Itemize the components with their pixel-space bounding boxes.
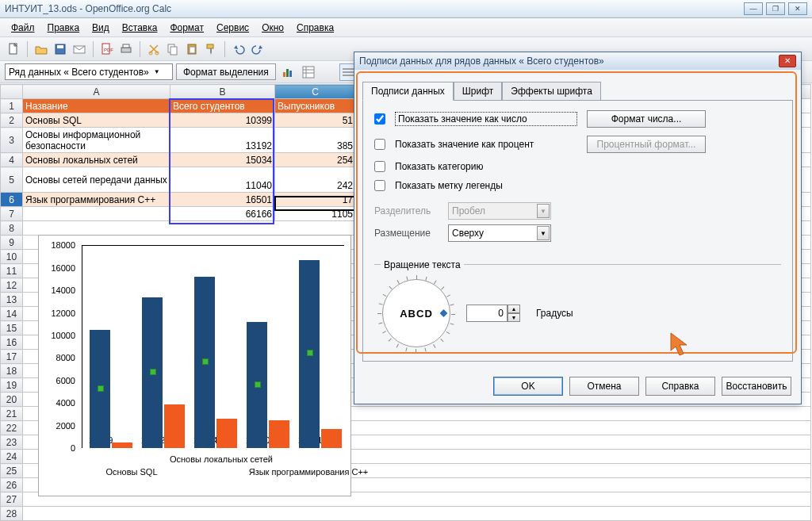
col-header-b[interactable]: B [170, 85, 275, 99]
percent-format-button: Процентный формат... [587, 136, 706, 153]
save-button[interactable] [52, 40, 69, 58]
col-header-a[interactable]: A [23, 85, 170, 99]
format-selection-button[interactable]: Формат выделения [176, 63, 276, 80]
menu-view[interactable]: Вид [86, 21, 116, 35]
minimize-button[interactable]: — [744, 2, 763, 15]
menu-service[interactable]: Сервис [210, 21, 255, 35]
svg-rect-18 [289, 71, 292, 77]
cancel-button[interactable]: Отмена [569, 377, 639, 396]
svg-rect-7 [121, 48, 131, 52]
cell-b2[interactable]: 10399 [170, 113, 275, 128]
copy-button[interactable] [164, 40, 182, 58]
cut-button[interactable] [145, 40, 163, 58]
chart-data-button[interactable] [300, 63, 317, 81]
chart-plot-area: 10399 13192 15034 [82, 245, 344, 448]
cell-a3[interactable]: Основы информационной безопасности [23, 128, 170, 153]
window-title: ИНТУИТ_13.ods - OpenOffice.org Calc [5, 3, 741, 14]
element-selector-value: Ряд данных « Всего студентов» [9, 67, 149, 78]
checkbox-show-as-number[interactable] [374, 113, 385, 125]
cell-c2[interactable]: 51 [275, 113, 356, 128]
reset-button[interactable]: Восстановить [722, 377, 791, 396]
label-show-legend-key: Показать метку легенды [395, 180, 577, 191]
header-grad[interactable]: Выпускников [275, 99, 356, 113]
dialog-button-row: OK Отмена Справка Восстановить [493, 377, 791, 396]
ok-button[interactable]: OK [493, 377, 563, 396]
svg-rect-3 [57, 45, 63, 48]
svg-rect-14 [190, 47, 195, 53]
print-button[interactable] [117, 40, 135, 58]
label-show-category: Показать категорию [395, 161, 577, 172]
cursor-arrow-icon [669, 331, 691, 357]
degrees-label: Градусы [536, 308, 573, 319]
chart-x-cat: Язык программирования C++ [229, 467, 388, 477]
embedded-chart[interactable]: 0 2000 4000 6000 8000 10000 12000 14000 … [38, 235, 351, 496]
label-show-as-percent: Показать значение как процент [395, 139, 577, 150]
degrees-input[interactable] [466, 305, 508, 322]
chart-x-cat: Основы SQL [88, 467, 175, 477]
dialog-tabbar: Подписи данных Шрифт Эффекты шрифта [362, 81, 793, 100]
close-button[interactable]: ✕ [788, 2, 807, 15]
col-header-c[interactable]: C [275, 85, 356, 99]
menu-window[interactable]: Окно [255, 21, 290, 35]
tab-font[interactable]: Шрифт [454, 82, 502, 101]
svg-rect-8 [123, 44, 129, 48]
svg-rect-19 [303, 67, 314, 78]
export-pdf-button[interactable]: PDF [98, 40, 116, 58]
spin-up-button[interactable]: ▲ [508, 305, 520, 313]
tab-data-labels[interactable]: Подписи данных [362, 82, 454, 101]
dialog-title: Подписи данных для рядов данных « Всего … [359, 56, 604, 67]
menu-edit[interactable]: Правка [41, 21, 86, 35]
separator-combo: Пробел ▼ [448, 202, 551, 220]
data-labels-dialog: Подписи данных для рядов данных « Всего … [354, 52, 802, 404]
redo-button[interactable] [249, 40, 266, 58]
svg-rect-16 [283, 72, 285, 77]
number-format-button[interactable]: Формат числа... [587, 110, 706, 128]
dialog-titlebar[interactable]: Подписи данных для рядов данных « Всего … [354, 52, 801, 70]
menu-insert[interactable]: Вставка [116, 21, 164, 35]
checkbox-show-category[interactable] [374, 161, 385, 172]
svg-rect-15 [207, 44, 213, 48]
window-titlebar: ИНТУИТ_13.ods - OpenOffice.org Calc — ❐ … [0, 0, 812, 18]
chevron-down-icon[interactable]: ▼ [537, 226, 550, 240]
separator-label: Разделитель [374, 205, 442, 216]
cell-a2[interactable]: Основы SQL [23, 113, 170, 128]
help-button[interactable]: Справка [645, 377, 715, 396]
header-name[interactable]: Название [23, 99, 170, 113]
label-show-as-number: Показать значение как число [395, 112, 577, 126]
rotation-wheel[interactable]: ABCD [382, 279, 450, 347]
header-total[interactable]: Всего студентов [170, 99, 275, 113]
menu-format[interactable]: Формат [163, 21, 210, 35]
chart-x-cat: Основы локальных сетей [150, 454, 293, 464]
menubar: Файл Правка Вид Вставка Формат Сервис Ок… [0, 18, 812, 37]
checkbox-show-legend-key[interactable] [374, 180, 385, 191]
paste-button[interactable] [183, 40, 201, 58]
placement-label: Размещение [374, 228, 442, 239]
menu-help[interactable]: Справка [290, 21, 340, 35]
svg-rect-17 [286, 69, 289, 77]
email-button[interactable] [71, 40, 88, 58]
corner-cell[interactable] [1, 85, 23, 99]
new-doc-button[interactable] [5, 40, 22, 58]
chart-type-button[interactable] [279, 63, 297, 81]
degrees-spinner[interactable]: ▲▼ [466, 305, 520, 322]
svg-rect-12 [170, 47, 177, 55]
chevron-down-icon: ▼ [537, 204, 550, 218]
bar-grad-0 [112, 442, 132, 448]
spin-down-button[interactable]: ▼ [508, 313, 520, 322]
tab-font-effects[interactable]: Эффекты шрифта [502, 82, 601, 101]
open-button[interactable] [33, 40, 50, 58]
rotation-section-label: Вращение текста [381, 259, 464, 270]
chart-y-axis: 0 2000 4000 6000 8000 10000 12000 14000 … [42, 245, 79, 448]
menu-file[interactable]: Файл [5, 21, 41, 35]
svg-text:PDF: PDF [104, 48, 113, 52]
element-selector-combo[interactable]: Ряд данных « Всего студентов» ▼ [5, 63, 173, 80]
maximize-button[interactable]: ❐ [766, 2, 785, 15]
checkbox-show-as-percent[interactable] [374, 139, 385, 150]
dialog-close-button[interactable]: ✕ [779, 55, 796, 67]
chevron-down-icon: ▼ [154, 68, 160, 75]
format-paint-button[interactable] [202, 40, 220, 58]
tab-content: Показать значение как число Формат числа… [362, 100, 793, 362]
undo-button[interactable] [230, 40, 247, 58]
placement-combo[interactable]: Сверху ▼ [448, 224, 551, 242]
row-header[interactable]: 1 [1, 99, 23, 113]
